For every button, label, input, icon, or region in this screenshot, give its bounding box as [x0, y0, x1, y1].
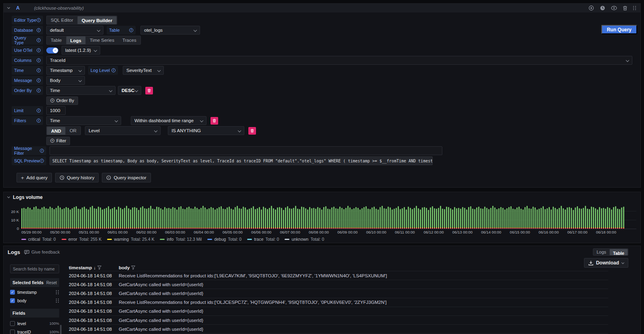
checkbox-checked[interactable]: ✓ [10, 298, 15, 303]
delete-query-trash-icon[interactable] [623, 6, 627, 11]
sql-editor-option[interactable]: SQL Editor [47, 16, 77, 24]
message-select[interactable]: Body [46, 76, 85, 85]
sort-desc-icon[interactable]: ↓ [94, 265, 96, 270]
drag-handle-icon[interactable] [56, 299, 59, 303]
table-row[interactable]: 2024-06-18 14:51:08Receive ListRecommend… [69, 298, 608, 307]
download-button[interactable]: Download [584, 258, 628, 268]
volume-bar [563, 208, 564, 229]
info-icon[interactable]: i [37, 109, 41, 113]
history-clock-icon[interactable] [600, 5, 605, 11]
info-icon[interactable]: i [129, 28, 133, 32]
legend-item-debug[interactable]: debugTotal: 0 [207, 237, 242, 242]
view-table-option[interactable]: Table [609, 249, 628, 256]
table-row[interactable]: 2024-06-18 14:51:08GetCartAsync called w… [69, 307, 608, 316]
duplicate-icon[interactable] [588, 5, 594, 11]
filter-funnel-icon[interactable] [97, 266, 101, 270]
checkbox-unchecked[interactable] [10, 330, 15, 334]
available-field-traceID[interactable]: traceID100% [10, 328, 59, 334]
query-builder-option[interactable]: Query Builder [77, 16, 117, 25]
remove-order-by-button[interactable] [145, 87, 153, 94]
search-fields-input[interactable] [10, 264, 59, 273]
table-select[interactable]: otel_logs [140, 26, 200, 35]
or-option[interactable]: OR [66, 127, 80, 135]
volume-bar [426, 208, 427, 229]
legend-item-warning[interactable]: warningTotal: 25.4 K [107, 237, 154, 242]
remove-filter-button[interactable] [211, 117, 218, 125]
collapse-chevron-icon[interactable] [7, 195, 10, 198]
checkbox-checked[interactable]: ✓ [10, 290, 15, 295]
order-by-direction-select[interactable]: DESC [118, 86, 141, 95]
limit-input[interactable]: 1000 [46, 106, 66, 115]
query-history-button[interactable]: Query history [55, 173, 99, 182]
table-row[interactable]: 2024-06-18 14:51:08GetCartAsync called w… [69, 280, 608, 289]
time-column-select[interactable]: Timestamp [46, 66, 85, 75]
info-icon[interactable]: i [40, 159, 44, 163]
filter2-operator-select[interactable]: IS ANYTHING [168, 126, 244, 135]
message-filter-input[interactable] [50, 146, 442, 155]
volume-bar [530, 209, 532, 229]
add-query-button[interactable]: +Add query [17, 173, 52, 182]
info-icon[interactable]: i [37, 38, 41, 42]
collapse-chevron-icon[interactable] [7, 6, 10, 9]
checkbox-unchecked[interactable] [10, 321, 15, 326]
volume-bar [86, 209, 87, 229]
query-type-logs[interactable]: Logs [66, 36, 86, 45]
filter-field-select[interactable]: Time [46, 116, 121, 125]
query-row-header[interactable]: A (clickhouse-observability) [4, 4, 640, 12]
body-column-header[interactable]: body [119, 265, 135, 270]
timestamp-column-header[interactable]: timestamp ↓ [69, 265, 119, 270]
drag-handle-icon[interactable] [56, 290, 59, 294]
selected-field-body[interactable]: ✓body [10, 297, 59, 304]
info-icon[interactable]: i [37, 78, 41, 82]
info-icon[interactable]: i [111, 68, 116, 72]
query-type-timeseries[interactable]: Time Series [86, 36, 118, 44]
table-row[interactable]: 2024-06-18 14:51:08GetCartAsync called w… [69, 289, 608, 297]
legend-item-info[interactable]: infoTotal: 12.3 Mil [160, 237, 202, 242]
add-filter-button[interactable]: +Filter [46, 137, 70, 145]
info-icon[interactable]: i [40, 149, 44, 153]
legend-item-error[interactable]: errorTotal: 255 K [62, 237, 102, 242]
info-icon[interactable]: i [37, 18, 41, 22]
columns-multiselect[interactable]: TraceId [46, 56, 632, 65]
table-row[interactable]: 2024-06-18 14:51:08GetCartAsync called w… [69, 316, 608, 324]
filter-operator-select[interactable]: Within dashboard time range [131, 116, 206, 125]
info-icon[interactable]: i [37, 68, 41, 72]
view-logs-option[interactable]: Logs [593, 249, 609, 255]
selected-field-timestamp[interactable]: ✓timestamp [10, 289, 59, 295]
filter2-field-select[interactable]: Level [85, 126, 161, 135]
info-icon[interactable]: i [37, 88, 41, 92]
eye-icon[interactable] [611, 6, 617, 10]
otel-version-select[interactable]: latest (1.2.9) [62, 46, 100, 55]
run-query-button[interactable]: Run Query [601, 25, 637, 34]
query-type-traces[interactable]: Traces [118, 36, 140, 44]
volume-bar [98, 207, 99, 229]
plot-area[interactable] [21, 203, 636, 229]
remove-filter2-button[interactable] [248, 127, 256, 135]
order-by-field-select[interactable]: Time [46, 86, 116, 95]
info-icon[interactable]: i [37, 48, 41, 52]
logs-volume-header[interactable]: Logs volume [8, 194, 636, 201]
reset-fields-button[interactable]: Reset [46, 281, 57, 285]
drag-handle-icon[interactable] [633, 6, 636, 10]
add-order-by-button[interactable]: +Order By [46, 96, 78, 105]
table-row[interactable]: 2024-06-18 14:51:08Receive ListRecommend… [69, 271, 608, 280]
database-select[interactable]: default [46, 26, 103, 35]
info-icon[interactable]: i [37, 58, 41, 62]
sidebar-scrollbar[interactable] [60, 325, 62, 334]
volume-bar [110, 209, 111, 229]
use-otel-toggle[interactable]: ✓ [46, 47, 58, 53]
legend-item-unknown[interactable]: unknownTotal: 0 [285, 237, 324, 242]
and-option[interactable]: AND [47, 127, 66, 135]
log-level-select[interactable]: SeverityText [123, 66, 164, 75]
table-row[interactable]: 2024-06-18 14:51:08GetCartAsync called w… [69, 324, 608, 333]
available-field-level[interactable]: level100% [10, 320, 59, 327]
info-icon[interactable]: i [37, 28, 41, 32]
filter-funnel-icon[interactable] [131, 266, 135, 270]
volume-bar [233, 209, 234, 229]
query-type-table[interactable]: Table [47, 36, 66, 44]
query-inspector-button[interactable]: Query inspector [102, 173, 151, 182]
legend-item-critical[interactable]: criticalTotal: 0 [21, 237, 56, 242]
give-feedback-link[interactable]: Give feedback [24, 250, 60, 254]
info-icon[interactable]: i [37, 119, 41, 123]
legend-item-trace[interactable]: traceTotal: 0 [247, 237, 279, 242]
